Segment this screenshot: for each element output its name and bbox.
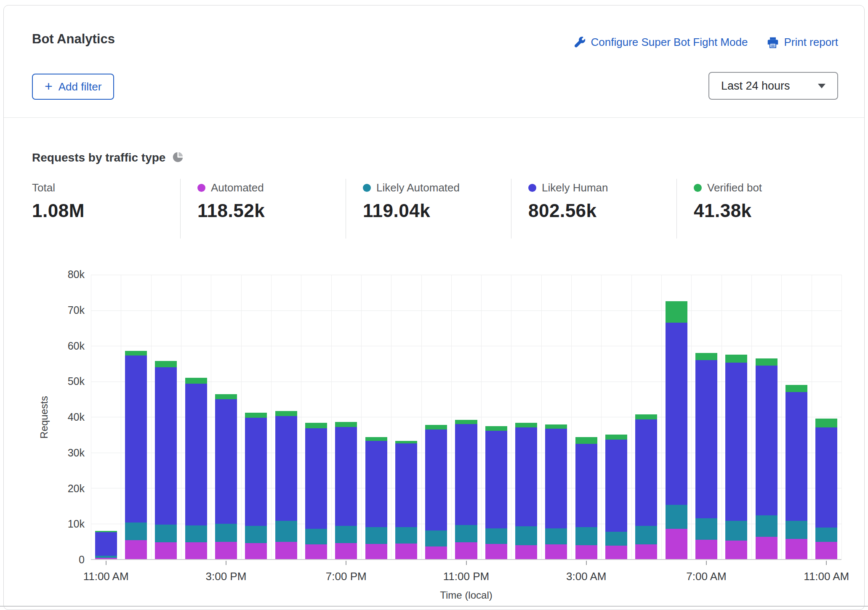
bar-segment-verified-bot bbox=[215, 394, 237, 399]
bar-segment-automated bbox=[335, 543, 357, 559]
bar-segment-likely-human bbox=[485, 431, 507, 528]
bar-slot-5-00-AM[interactable] bbox=[631, 275, 661, 559]
bar-slot-6-00-AM[interactable] bbox=[661, 275, 691, 559]
bar-slot-11-00-AM[interactable] bbox=[91, 275, 121, 559]
bar-segment-automated bbox=[185, 542, 207, 559]
bar-slot-12-00-PM[interactable] bbox=[121, 275, 151, 559]
bar-segment-likely-human bbox=[515, 427, 537, 526]
bar-segment-automated bbox=[545, 544, 567, 559]
print-report-link[interactable]: Print report bbox=[767, 36, 838, 49]
bar-segment-automated bbox=[125, 540, 147, 559]
bar-segment-likely-human bbox=[785, 392, 807, 521]
bar-segment-likely-automated bbox=[335, 526, 357, 543]
stacked-bar bbox=[575, 275, 597, 559]
x-tick-mark bbox=[466, 561, 467, 565]
bar-slot-6-00-PM[interactable] bbox=[301, 275, 331, 559]
bar-slot-1-00-AM[interactable] bbox=[511, 275, 541, 559]
configure-super-bot-fight-mode-link[interactable]: Configure Super Bot Fight Mode bbox=[574, 36, 748, 49]
bar-slot-7-00-AM[interactable] bbox=[691, 275, 721, 559]
plus-icon: + bbox=[45, 80, 53, 93]
stacked-bar bbox=[725, 275, 747, 559]
stat-likely-automated: Likely Automated 119.04k bbox=[346, 179, 511, 239]
bar-slot-9-00-PM[interactable] bbox=[391, 275, 421, 559]
stacked-bar bbox=[245, 275, 267, 559]
header-divider bbox=[4, 117, 864, 118]
bar-slot-11-00-AM[interactable] bbox=[812, 275, 841, 559]
bar-slot-8-00-AM[interactable] bbox=[722, 275, 751, 559]
time-range-select[interactable]: Last 24 hours bbox=[708, 72, 838, 100]
bar-segment-verified-bot bbox=[425, 425, 447, 430]
bar-segment-verified-bot bbox=[785, 385, 807, 392]
bar-segment-automated bbox=[395, 544, 417, 559]
bar-slot-1-00-PM[interactable] bbox=[151, 275, 181, 559]
stat-likely-automated-label: Likely Automated bbox=[376, 181, 460, 194]
y-tick-label: 30k bbox=[4, 447, 85, 459]
bar-segment-automated bbox=[305, 544, 327, 559]
chart-plot[interactable] bbox=[91, 275, 841, 560]
bar-slot-11-00-PM[interactable] bbox=[451, 275, 481, 559]
stacked-bar bbox=[695, 275, 717, 559]
bar-slot-7-00-PM[interactable] bbox=[331, 275, 361, 559]
x-tick-label: 11:00 PM bbox=[443, 570, 489, 583]
bar-segment-likely-automated bbox=[125, 522, 147, 540]
bar-segment-verified-bot bbox=[666, 301, 687, 323]
add-filter-button[interactable]: + Add filter bbox=[32, 74, 114, 100]
bar-slot-8-00-PM[interactable] bbox=[361, 275, 391, 559]
bar-slot-2-00-PM[interactable] bbox=[181, 275, 211, 559]
bar-segment-verified-bot bbox=[335, 422, 357, 427]
stacked-bar bbox=[395, 275, 417, 559]
bar-slot-12-00-AM[interactable] bbox=[481, 275, 511, 559]
bar-segment-likely-human bbox=[425, 430, 447, 531]
pie-chart-icon bbox=[172, 151, 184, 164]
bar-segment-automated bbox=[695, 540, 717, 559]
likely-human-legend-dot bbox=[528, 184, 536, 192]
y-tick-label: 40k bbox=[4, 411, 85, 423]
bar-segment-likely-automated bbox=[666, 505, 687, 529]
add-filter-label: Add filter bbox=[59, 80, 102, 93]
bar-segment-likely-human bbox=[725, 363, 747, 521]
bar-segment-verified-bot bbox=[275, 411, 297, 416]
bot-analytics-page: Bot Analytics Configure Super Bot Fight … bbox=[0, 0, 868, 610]
bar-segment-automated bbox=[635, 544, 657, 559]
bar-segment-likely-human bbox=[695, 360, 717, 518]
bar-segment-automated bbox=[215, 542, 237, 559]
stat-automated-label: Automated bbox=[211, 181, 264, 194]
bar-segment-verified-bot bbox=[515, 423, 537, 427]
x-tick-mark bbox=[706, 561, 707, 565]
bar-slot-10-00-AM[interactable] bbox=[781, 275, 811, 559]
bar-segment-verified-bot bbox=[605, 435, 627, 440]
bar-slot-3-00-AM[interactable] bbox=[571, 275, 601, 559]
bar-segment-automated bbox=[485, 544, 507, 559]
stacked-bar bbox=[425, 275, 447, 559]
stat-verified-bot-value: 41.38k bbox=[694, 200, 842, 221]
bar-segment-likely-human bbox=[305, 428, 327, 529]
bar-segment-verified-bot bbox=[815, 419, 837, 427]
bar-slot-4-00-PM[interactable] bbox=[241, 275, 271, 559]
stacked-bar bbox=[635, 275, 657, 559]
bar-segment-automated bbox=[425, 546, 447, 559]
bar-slot-9-00-AM[interactable] bbox=[751, 275, 781, 559]
bar-slot-2-00-AM[interactable] bbox=[541, 275, 571, 559]
bar-slot-3-00-PM[interactable] bbox=[211, 275, 241, 559]
header-actions: Configure Super Bot Fight Mode Print rep… bbox=[574, 36, 838, 49]
stacked-bar bbox=[215, 275, 237, 559]
bar-segment-automated bbox=[815, 542, 837, 559]
bar-segment-automated bbox=[95, 558, 117, 559]
print-link-label: Print report bbox=[784, 36, 838, 49]
bar-slot-4-00-AM[interactable] bbox=[601, 275, 631, 559]
bar-segment-likely-human bbox=[215, 399, 237, 524]
bar-segment-likely-human bbox=[756, 366, 777, 516]
bar-slot-10-00-PM[interactable] bbox=[421, 275, 451, 559]
bar-segment-likely-automated bbox=[365, 527, 387, 544]
x-tick-mark bbox=[586, 561, 587, 565]
bar-segment-verified-bot bbox=[545, 424, 567, 429]
printer-icon bbox=[767, 37, 779, 48]
y-tick-label: 80k bbox=[4, 268, 85, 281]
likely-automated-legend-dot bbox=[363, 184, 371, 192]
bar-segment-likely-automated bbox=[695, 518, 717, 540]
y-tick-label: 0 bbox=[4, 554, 85, 566]
bar-slot-5-00-PM[interactable] bbox=[271, 275, 301, 559]
x-tick-label: 3:00 PM bbox=[206, 570, 247, 583]
time-range-value: Last 24 hours bbox=[721, 80, 790, 93]
bar-segment-likely-human bbox=[605, 440, 627, 532]
